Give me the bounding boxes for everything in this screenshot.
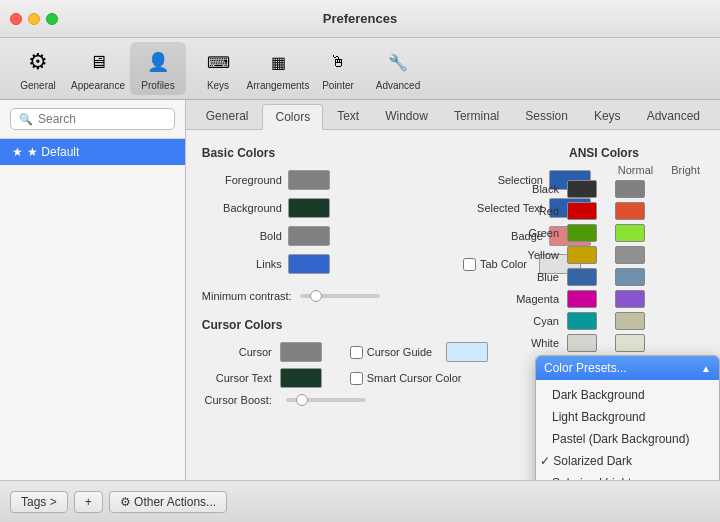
menu-solarized-light-1[interactable]: Solarized Light <box>536 472 719 480</box>
ansi-white-label: White <box>504 337 559 349</box>
menu-pastel-dark[interactable]: Pastel (Dark Background) <box>536 428 719 450</box>
links-row: Links <box>202 254 443 274</box>
search-icon: 🔍 <box>19 113 33 126</box>
preset-header[interactable]: Color Presets... ▲ <box>536 356 719 380</box>
ansi-row-green: Green <box>504 224 704 242</box>
cursor-text-swatch[interactable] <box>280 368 322 388</box>
foreground-swatch[interactable] <box>288 170 330 190</box>
bold-row: Bold <box>202 226 443 246</box>
search-bar: 🔍 <box>0 100 185 139</box>
cursor-swatch[interactable] <box>280 342 322 362</box>
tab-text[interactable]: Text <box>325 104 371 129</box>
tags-button[interactable]: Tags > <box>10 491 68 513</box>
minimize-button[interactable] <box>28 13 40 25</box>
tab-terminal[interactable]: Terminal <box>442 104 511 129</box>
tab-general[interactable]: General <box>194 104 261 129</box>
tab-session[interactable]: Session <box>513 104 580 129</box>
maximize-button[interactable] <box>46 13 58 25</box>
ansi-magenta-normal[interactable] <box>567 290 597 308</box>
ansi-title: ANSI Colors <box>504 146 704 160</box>
toolbar-profiles[interactable]: 👤 Profiles <box>130 42 186 95</box>
window-title: Preferences <box>323 11 397 26</box>
cursor-boost-slider[interactable] <box>286 398 366 402</box>
star-icon: ★ <box>12 145 23 159</box>
ansi-yellow-bright[interactable] <box>615 246 645 264</box>
other-actions-button[interactable]: ⚙ Other Actions... <box>109 491 227 513</box>
menu-light-background[interactable]: Light Background <box>536 406 719 428</box>
ansi-green-label: Green <box>504 227 559 239</box>
toolbar-keys[interactable]: ⌨ Keys <box>190 42 246 95</box>
search-input[interactable] <box>38 112 166 126</box>
preset-menu-section1: Dark Background Light Background Pastel … <box>536 380 719 480</box>
ansi-black-label: Black <box>504 183 559 195</box>
ansi-green-bright[interactable] <box>615 224 645 242</box>
foreground-row: Foreground <box>202 170 443 190</box>
toolbar-keys-label: Keys <box>207 80 229 91</box>
menu-dark-background[interactable]: Dark Background <box>536 384 719 406</box>
ansi-blue-normal[interactable] <box>567 268 597 286</box>
min-contrast-slider[interactable] <box>300 294 380 298</box>
main-area: 🔍 ★★ Default General Colors Text Window … <box>0 100 720 480</box>
ansi-section: ANSI Colors Normal Bright Black Red <box>504 146 704 356</box>
tab-window[interactable]: Window <box>373 104 440 129</box>
background-swatch[interactable] <box>288 198 330 218</box>
ansi-red-normal[interactable] <box>567 202 597 220</box>
cursor-guide-label: Cursor Guide <box>367 346 432 358</box>
links-swatch[interactable] <box>288 254 330 274</box>
ansi-bright-header: Bright <box>671 164 700 176</box>
ansi-row-white: White <box>504 334 704 352</box>
ansi-row-black: Black <box>504 180 704 198</box>
add-button[interactable]: + <box>74 491 103 513</box>
toolbar-general[interactable]: ⚙ General <box>10 42 66 95</box>
ansi-row-red: Red <box>504 202 704 220</box>
ansi-magenta-bright[interactable] <box>615 290 645 308</box>
color-presets-dropdown[interactable]: Color Presets... ▲ Dark Background Light… <box>535 355 720 480</box>
window-controls <box>10 13 58 25</box>
links-label: Links <box>202 258 282 270</box>
tab-advanced[interactable]: Advanced <box>635 104 712 129</box>
tab-colors[interactable]: Colors <box>262 104 323 130</box>
cursor-label: Cursor <box>202 346 272 358</box>
ansi-yellow-normal[interactable] <box>567 246 597 264</box>
search-wrap: 🔍 <box>10 108 175 130</box>
cursor-boost-thumb <box>296 394 308 406</box>
toolbar-profiles-label: Profiles <box>141 80 174 91</box>
ansi-cyan-label: Cyan <box>504 315 559 327</box>
toolbar-pointer[interactable]: 🖱 Pointer <box>310 42 366 95</box>
min-contrast-label: Minimum contrast: <box>202 290 292 302</box>
sidebar: 🔍 ★★ Default <box>0 100 186 480</box>
cursor-guide-checkbox[interactable] <box>350 346 363 359</box>
ansi-row-blue: Blue <box>504 268 704 286</box>
ansi-cyan-normal[interactable] <box>567 312 597 330</box>
ansi-white-bright[interactable] <box>615 334 645 352</box>
tab-keys[interactable]: Keys <box>582 104 633 129</box>
toolbar-general-label: General <box>20 80 56 91</box>
toolbar-advanced[interactable]: 🔧 Advanced <box>370 42 426 95</box>
ansi-black-bright[interactable] <box>615 180 645 198</box>
ansi-white-normal[interactable] <box>567 334 597 352</box>
profile-list: ★★ Default <box>0 139 185 480</box>
ansi-black-normal[interactable] <box>567 180 597 198</box>
toolbar-arrangements[interactable]: ▦ Arrangements <box>250 42 306 95</box>
close-button[interactable] <box>10 13 22 25</box>
ansi-green-normal[interactable] <box>567 224 597 242</box>
ansi-red-label: Red <box>504 205 559 217</box>
menu-solarized-dark-1[interactable]: Solarized Dark <box>536 450 719 472</box>
profile-item-default[interactable]: ★★ Default <box>0 139 185 165</box>
ansi-row-magenta: Magenta <box>504 290 704 308</box>
toolbar-arrangements-label: Arrangements <box>247 80 310 91</box>
profiles-icon: 👤 <box>142 46 174 78</box>
toolbar-advanced-label: Advanced <box>376 80 420 91</box>
toolbar-appearance-label: Appearance <box>71 80 125 91</box>
bold-swatch[interactable] <box>288 226 330 246</box>
pointer-icon: 🖱 <box>322 46 354 78</box>
ansi-red-bright[interactable] <box>615 202 645 220</box>
ansi-blue-bright[interactable] <box>615 268 645 286</box>
ansi-cyan-bright[interactable] <box>615 312 645 330</box>
toolbar-appearance[interactable]: 🖥 Appearance <box>70 42 126 95</box>
tab-color-checkbox[interactable] <box>463 258 476 271</box>
smart-cursor-checkbox[interactable] <box>350 372 363 385</box>
content-area: General Colors Text Window Terminal Sess… <box>186 100 720 480</box>
titlebar: Preferences <box>0 0 720 38</box>
cursor-guide-swatch[interactable] <box>446 342 488 362</box>
